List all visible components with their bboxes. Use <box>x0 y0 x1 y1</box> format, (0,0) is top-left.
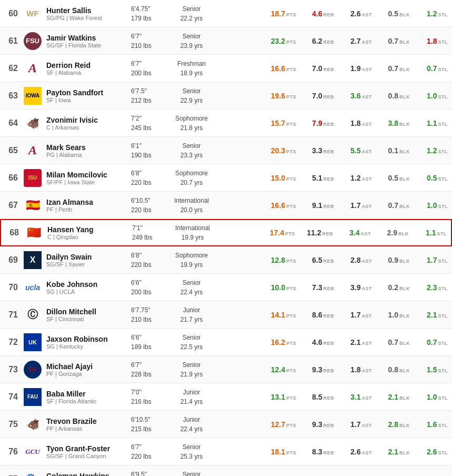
reb-value: 8.5 <box>312 393 322 401</box>
player-row[interactable]: 77 🐾 Coleman Hawkins PF | Kansas State 6… <box>0 465 452 476</box>
player-rank: 74 <box>4 392 21 402</box>
player-rank: 70 <box>4 283 21 292</box>
player-row[interactable]: 74 FAU Baba Miller SF | Florida Atlantic… <box>0 383 452 411</box>
player-weight: 179 lbs <box>131 14 168 23</box>
pts-value: 13.1 <box>271 393 285 401</box>
player-class: Senior <box>168 86 215 96</box>
player-row[interactable]: 67 🇪🇸 Izan Almansa PF | Perth 6'10.5" 22… <box>0 192 452 219</box>
stat-pts: 16.6 PTS <box>260 201 296 210</box>
player-measurements: 6'10.5" 215 lbs <box>131 415 168 434</box>
player-name: Jamir Watkins <box>46 34 131 42</box>
player-info: Mark Sears PG | Alabama <box>44 143 131 158</box>
player-height: 6'1" <box>131 141 168 151</box>
stat-reb: 9.1 REB <box>298 201 334 210</box>
stl-value: 0.5 <box>427 174 437 182</box>
player-position-school: C | Qingdao <box>47 234 132 240</box>
stat-reb: 3.3 REB <box>298 146 334 155</box>
stl-value: 1.2 <box>427 146 437 155</box>
player-row[interactable]: 68 🇨🇳 Hansen Yang C | Qingdao 7'1" 249 l… <box>0 219 452 246</box>
stat-blk: 0.7 BLK <box>374 338 410 346</box>
player-row[interactable]: 65 A Mark Sears PG | Alabama 6'1" 190 lb… <box>0 137 452 164</box>
stat-blk: 0.5 BLK <box>374 174 410 182</box>
player-class-age: Senior 23.9 yrs <box>168 32 215 51</box>
reb-label: REB <box>323 259 334 264</box>
player-height: 6'7.75" <box>131 305 168 315</box>
blk-label: BLK <box>399 204 410 209</box>
player-class: Freshman <box>168 59 215 68</box>
reb-label: REB <box>323 94 334 100</box>
player-row[interactable]: 60 WF Hunter Sallis SG/PG | Wake Forest … <box>0 0 452 27</box>
stat-ast: 2.1 AST <box>336 338 372 346</box>
player-height: 7'2" <box>131 114 168 123</box>
blk-label: BLK <box>399 286 410 291</box>
player-class: Sophomore <box>168 168 215 178</box>
stat-pts: 12.7 PTS <box>260 420 296 429</box>
stat-blk: 0.8 BLK <box>374 365 410 374</box>
player-position-school: SG | UCLA <box>46 289 131 295</box>
player-rank: 69 <box>4 255 21 265</box>
player-age: 22.2 yrs <box>168 14 215 23</box>
stat-reb: 9.3 REB <box>298 420 334 429</box>
stat-stl: 2.6 STL <box>412 448 448 456</box>
ast-value: 2.7 <box>350 37 360 45</box>
stat-pts: 14.1 PTS <box>260 311 296 319</box>
player-info: Dillon Mitchell SF | Cincinnati <box>44 308 131 322</box>
blk-value: 2.1 <box>388 393 398 401</box>
reb-value: 7.3 <box>312 283 322 292</box>
player-height: 6'7" <box>131 32 168 41</box>
stat-ast: 2.6 AST <box>336 448 372 456</box>
pts-value: 16.2 <box>271 338 285 346</box>
player-stats: 16.6 PTS 7.0 REB 1.9 AST 0.7 BLK 0.7 STL <box>215 64 448 73</box>
player-row[interactable]: 62 A Derrion Reid SF | Alabama 6'7" 200 … <box>0 55 452 82</box>
player-age: 21.4 yrs <box>168 397 215 406</box>
blk-value: 2.9 <box>387 229 397 237</box>
player-measurements: 6'7" 220 lbs <box>131 442 168 461</box>
pts-value: 23.2 <box>271 37 285 45</box>
stat-stl: 0.7 STL <box>412 338 448 346</box>
player-row[interactable]: 61 FSU Jamir Watkins SG/SF | Florida Sta… <box>0 27 452 55</box>
player-row[interactable]: 70 ucla Kobe Johnson SG | UCLA 6'6" 200 … <box>0 274 452 301</box>
player-class: Senior <box>168 470 215 477</box>
stat-ast: 1.8 AST <box>336 365 372 374</box>
blk-label: BLK <box>399 313 410 319</box>
player-rank: 71 <box>4 310 21 320</box>
team-logo: A <box>21 142 44 160</box>
stat-reb: 7.3 REB <box>298 283 334 292</box>
stl-value: 1.6 <box>427 420 437 429</box>
stl-value: 1.0 <box>427 393 437 401</box>
stat-pts: 18.7 PTS <box>260 9 296 18</box>
player-row[interactable]: 73 GU Michael Ajayi PF | Gonzaga 6'7" 22… <box>0 356 452 383</box>
stat-pts: 17.4 PTS <box>259 229 295 237</box>
stat-ast: 1.2 AST <box>336 174 372 182</box>
player-row[interactable]: 64 🐗 Zvonimir Ivisic C | Arkansas 7'2" 2… <box>0 110 452 137</box>
player-class-age: Senior 22.4 yrs <box>168 278 215 297</box>
player-info: Coleman Hawkins PF | Kansas State <box>44 472 131 477</box>
player-row[interactable]: 76 GCU Tyon Grant-Foster SG/SF | Grand C… <box>0 438 452 465</box>
stat-pts: 20.3 PTS <box>260 146 296 155</box>
player-row[interactable]: 71 Ⓒ Dillon Mitchell SF | Cincinnati 6'7… <box>0 301 452 329</box>
stat-blk: 0.9 BLK <box>374 256 410 264</box>
stl-label: STL <box>438 204 448 209</box>
player-age: 18.9 yrs <box>168 68 215 78</box>
reb-label: REB <box>323 39 334 45</box>
stat-stl: 1.7 STL <box>412 256 448 264</box>
player-class-age: Senior 22.2 yrs <box>168 4 215 23</box>
player-row[interactable]: 75 🐗 Trevon Brazile PF | Arkansas 6'10.5… <box>0 411 452 438</box>
player-row[interactable]: 66 ISU Milan Momcilovic SF/PF | Iowa Sta… <box>0 164 452 192</box>
reb-value: 6.2 <box>312 37 322 45</box>
blk-label: BLK <box>399 259 410 264</box>
player-position-school: PG | Alabama <box>46 152 131 158</box>
player-height: 6'6" <box>131 333 168 342</box>
stat-reb: 5.1 REB <box>298 174 334 182</box>
stat-stl: 1.0 STL <box>412 201 448 210</box>
ast-label: AST <box>362 94 373 100</box>
player-position-school: PF | Arkansas <box>46 425 131 432</box>
stat-blk: 0.5 BLK <box>374 9 410 18</box>
blk-label: BLK <box>399 39 410 45</box>
player-row[interactable]: 63 IOWA Payton Sandfort SF | Iowa 6'7.5"… <box>0 82 452 110</box>
player-row[interactable]: 72 UK Jaxson Robinson SG | Kentucky 6'6"… <box>0 329 452 356</box>
player-height: 6'10.5" <box>131 196 168 205</box>
reb-value: 7.0 <box>312 64 322 73</box>
player-row[interactable]: 69 X Dailyn Swain SG/SF | Xavier 6'8" 22… <box>0 246 452 274</box>
pts-value: 10.0 <box>271 283 285 292</box>
